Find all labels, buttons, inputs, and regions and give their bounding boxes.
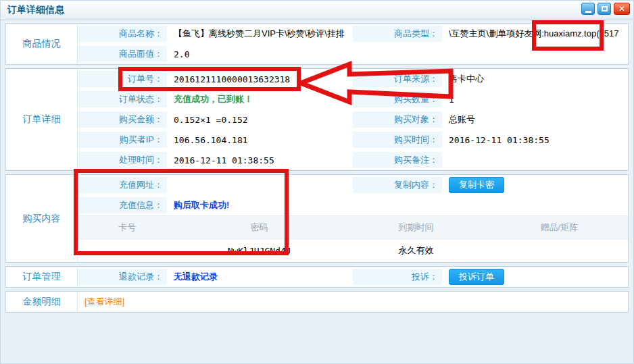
row-order-status-qty: 订单状态： 充值成功，已到账！ 购买数量： 1 (78, 89, 628, 109)
expire-header: 到期时间 (342, 222, 491, 234)
row-product-face: 商品面值： 2.0 (78, 44, 628, 64)
view-detail-link[interactable]: [查看详细] (84, 296, 124, 308)
gift-header: 赠品/矩阵 (490, 222, 628, 234)
row-order-amount-target: 购买金额： 0.152×1 =0.152 购买对象： 总账号 (78, 109, 628, 130)
window-controls: ✕ (581, 3, 630, 15)
product-type-label: 商品类型： (353, 26, 442, 42)
complaint-label: 投诉： (353, 269, 442, 285)
password-header: 密码 (177, 222, 342, 234)
product-name-value: 【鱼飞】离线秒赞二月VIP卡\秒赞\秒评\挂排 (174, 28, 345, 40)
password-cell: NwKlJUJGNd4J (177, 246, 342, 256)
order-proctime-value: 2016-12-11 01:38:55 (174, 155, 274, 165)
expire-cell: 永久有效 (342, 244, 491, 257)
section-product: 商品情况 商品名称： 【鱼飞】离线秒赞二月VIP卡\秒赞\秒评\挂排 商品类型：… (5, 23, 629, 65)
row-recharge-info: 充值信息： 购后取卡成功! (78, 195, 628, 215)
page-title: 订单详细信息 (7, 4, 64, 16)
recharge-info-value: 购后取卡成功! (174, 199, 229, 211)
close-icon: ✕ (618, 5, 625, 13)
order-no-value: 2016121110000013632318 (174, 74, 290, 84)
minimize-button[interactable] (581, 3, 595, 15)
order-amount-label: 购买金额： (78, 111, 167, 128)
row-product-name-type: 商品名称： 【鱼飞】离线秒赞二月VIP卡\秒赞\秒评\挂排 商品类型： \互赞主… (78, 24, 628, 44)
section-order-manage-label: 订单管理 (6, 267, 78, 287)
row-order-proctime-remark: 处理时间： 2016-12-11 01:38:55 购买备注： (78, 150, 628, 170)
row-order-ip-buytime: 购买者IP： 106.56.104.181 购买时间： 2016-12-11 0… (78, 130, 628, 150)
refund-record-value: 无退款记录 (174, 271, 218, 283)
order-target-label: 购买对象： (353, 111, 442, 128)
card-no-header: 卡号 (78, 222, 177, 234)
row-refund-complaint: 退款记录： 无退款记录 投诉： 投诉订单 (78, 267, 628, 287)
order-qty-label: 购买数量： (353, 91, 442, 107)
section-order: 订单详细 订单号： 2016121110000013632318 订单来源： 售… (5, 68, 629, 171)
order-buytime-label: 购买时间： (353, 132, 442, 148)
complain-order-button[interactable]: 投诉订单 (449, 269, 504, 285)
row-recharge-url-copy: 充值网址： 复制内容： 复制卡密 (78, 175, 628, 195)
maximize-icon (602, 6, 608, 11)
order-source-label: 订单来源： (353, 71, 442, 87)
card-table-row: NwKlJUJGNd4J 永久有效 (78, 239, 628, 262)
order-remark-label: 购买备注： (353, 152, 442, 168)
order-amount-value: 0.152×1 =0.152 (174, 115, 248, 125)
order-ip-value: 106.56.104.181 (174, 135, 248, 145)
product-face-value: 2.0 (174, 49, 189, 59)
order-detail-window: { "window": { "title": "订单详细信息" }, "prod… (0, 0, 634, 364)
order-proctime-label: 处理时间： (78, 152, 167, 168)
row-amount-detail: [查看详细] (78, 292, 628, 312)
recharge-info-label: 充值信息： (78, 197, 167, 213)
section-purchase-content-label: 购买内容 (6, 175, 78, 262)
copy-content-label: 复制内容： (353, 177, 442, 193)
order-status-value: 充值成功，已到账！ (174, 93, 253, 105)
order-status-label: 订单状态： (78, 91, 167, 107)
product-type-value: \互赞主页\删单项好友网:huaxiamz.top(7517 (449, 28, 618, 40)
section-amount-detail-label: 金额明细 (6, 292, 78, 312)
copy-card-secret-button[interactable]: 复制卡密 (449, 177, 504, 193)
content-area: 商品情况 商品名称： 【鱼飞】离线秒赞二月VIP卡\秒赞\秒评\挂排 商品类型：… (1, 20, 633, 319)
order-source-value: 售卡中心 (449, 73, 484, 85)
order-ip-label: 购买者IP： (78, 132, 167, 148)
recharge-url-label: 充值网址： (78, 177, 167, 193)
order-qty-value: 1 (449, 95, 454, 105)
minimize-icon (585, 11, 591, 13)
section-product-label: 商品情况 (6, 24, 78, 64)
refund-record-label: 退款记录： (78, 269, 167, 285)
order-target-value: 总账号 (449, 113, 475, 126)
product-face-label: 商品面值： (78, 46, 167, 62)
maximize-button[interactable] (598, 3, 611, 15)
section-order-label: 订单详细 (6, 69, 78, 170)
card-table-header: 卡号 密码 到期时间 赠品/矩阵 (78, 215, 628, 239)
title-bar: 订单详细信息 ✕ (1, 1, 633, 20)
section-purchase-content: 购买内容 充值网址： 复制内容： 复制卡密 充值信息： 购后取卡成功! (5, 174, 629, 263)
product-name-label: 商品名称： (78, 26, 167, 42)
row-order-no-source: 订单号： 2016121110000013632318 订单来源： 售卡中心 (78, 69, 628, 89)
section-amount-detail: 金额明细 [查看详细] (5, 291, 629, 313)
section-order-manage: 订单管理 退款记录： 无退款记录 投诉： 投诉订单 (5, 266, 629, 288)
order-buytime-value: 2016-12-11 01:38:55 (449, 135, 550, 145)
order-no-label: 订单号： (78, 71, 167, 87)
close-button[interactable]: ✕ (614, 3, 630, 15)
